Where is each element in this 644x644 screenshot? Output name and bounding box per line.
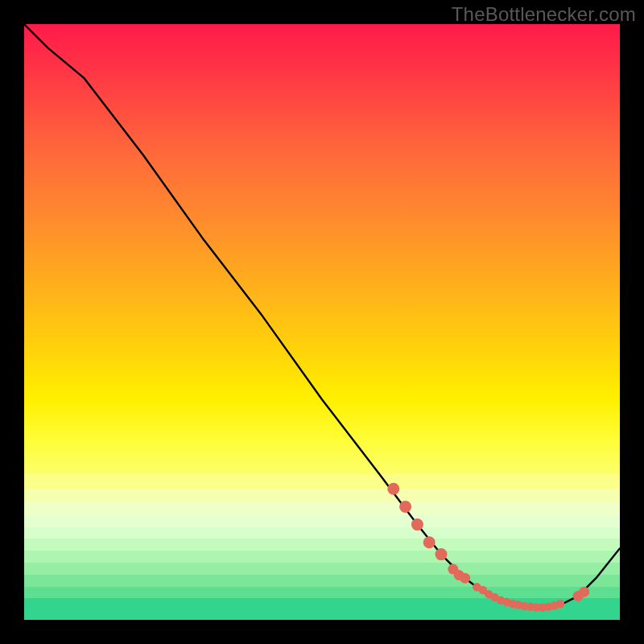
curve-group [24,24,620,608]
plot-area [24,24,620,620]
highlight-dot [579,587,589,597]
chart-frame: TheBottlenecker.com [0,0,644,644]
highlight-dot [556,600,564,608]
highlight-dots [387,483,589,612]
highlight-dot [399,501,411,513]
chart-svg [24,24,620,620]
highlight-dot [436,548,448,560]
bottleneck-curve [24,24,620,608]
highlight-dot [423,536,436,548]
highlight-dot [411,518,423,530]
highlight-dot [387,483,399,495]
highlight-dot [460,573,470,584]
attribution-label: TheBottlenecker.com [452,3,636,26]
